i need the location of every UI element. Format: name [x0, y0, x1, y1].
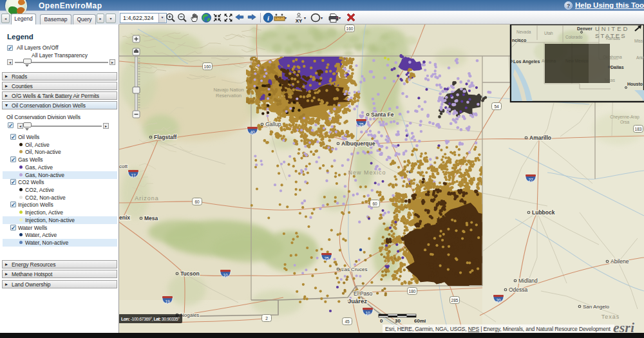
svg-text:160: 160: [346, 26, 354, 31]
svg-text:enix: enix: [119, 214, 130, 221]
svg-text:Albuquerque: Albuquerque: [341, 140, 375, 147]
svg-text:XY: XY: [296, 18, 303, 24]
svg-text:Reservation: Reservation: [216, 93, 242, 99]
svg-text:25: 25: [324, 256, 329, 261]
svg-text:Arizona: Arizona: [135, 195, 159, 202]
svg-text:Abilene: Abilene: [611, 258, 629, 265]
svg-text:New Mexico: New Mexico: [348, 169, 386, 176]
svg-text:Nogales: Nogales: [180, 312, 199, 318]
svg-text:Santa Fe: Santa Fe: [371, 111, 394, 118]
svg-text:cott: cott: [119, 164, 128, 169]
svg-text:Lubbock: Lubbock: [532, 209, 555, 216]
svg-text:0: 0: [380, 318, 383, 324]
svg-text:Juárez: Juárez: [348, 297, 367, 305]
svg-text:Flagstaff: Flagstaff: [154, 134, 177, 140]
svg-text:285: 285: [451, 298, 459, 303]
svg-text:Miss: Miss: [634, 39, 643, 43]
svg-text:Tucson: Tucson: [180, 270, 200, 277]
svg-text:Orsa: Orsa: [620, 120, 629, 124]
svg-text:180: 180: [409, 289, 416, 294]
svg-text:Gallup: Gallup: [265, 121, 281, 127]
svg-text:Denver: Denver: [577, 26, 592, 31]
svg-text:Navajo Nation: Navajo Nation: [213, 87, 243, 93]
svg-text:esri: esri: [613, 319, 635, 333]
svg-text:Mesa: Mesa: [144, 215, 158, 221]
svg-text:30: 30: [395, 318, 401, 324]
svg-text:10: 10: [365, 311, 370, 315]
svg-text:Arka: Arka: [636, 55, 644, 60]
svg-text:STATES: STATES: [595, 32, 627, 39]
svg-text:160: 160: [204, 64, 211, 69]
svg-text:45: 45: [345, 319, 350, 324]
svg-text:Housto: Housto: [627, 82, 643, 86]
svg-text:10: 10: [223, 273, 228, 277]
svg-text:60: 60: [194, 200, 200, 204]
svg-text:40: 40: [250, 130, 255, 135]
svg-text:UNITED: UNITED: [595, 25, 629, 32]
svg-text:Las Cruces: Las Cruces: [341, 267, 367, 272]
svg-text:17: 17: [131, 173, 136, 178]
svg-text:Esri, HERE, Garmin, NGA, USGS,: Esri, HERE, Garmin, NGA, USGS, NPS | Ene…: [385, 326, 611, 332]
svg-text:Utah: Utah: [544, 31, 553, 35]
svg-text:San Angelo: San Angelo: [583, 304, 609, 310]
svg-text:25: 25: [359, 122, 364, 127]
svg-text:54: 54: [494, 104, 499, 109]
svg-text:Odessa: Odessa: [509, 286, 528, 293]
svg-text:Colorado: Colorado: [565, 35, 583, 39]
svg-text:20: 20: [496, 298, 501, 303]
svg-text:2: 2: [265, 316, 268, 321]
svg-text:60: 60: [372, 202, 377, 206]
svg-text:19: 19: [165, 299, 170, 304]
svg-text:El Paso: El Paso: [354, 290, 373, 297]
svg-text:27: 27: [528, 178, 533, 182]
svg-text:Midland: Midland: [518, 277, 538, 284]
svg-text:Los Angeles: Los Angeles: [513, 59, 540, 64]
svg-text:Lon: -100.67369°, Lat: 30.9033: Lon: -100.67369°, Lat: 30.90335°: [121, 317, 180, 321]
svg-text:Dallas: Dallas: [611, 65, 624, 70]
svg-text:Cheyenne-Arap: Cheyenne-Arap: [610, 115, 639, 120]
svg-text:Nevada: Nevada: [516, 30, 531, 34]
svg-text:Amarillo: Amarillo: [529, 135, 551, 141]
svg-text:ncisco: ncisco: [512, 38, 526, 42]
svg-text:60mi: 60mi: [414, 318, 426, 324]
svg-text:183: 183: [635, 127, 642, 131]
